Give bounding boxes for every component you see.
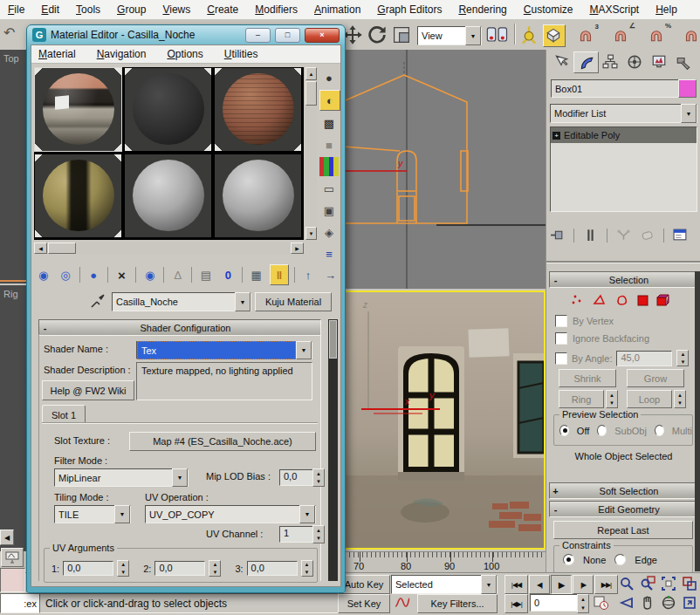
tab-utilities[interactable]	[671, 51, 695, 72]
top-viewport-label[interactable]: Top	[3, 53, 19, 64]
scroll-thumb[interactable]	[329, 320, 337, 359]
macro-recorder-field[interactable]	[0, 568, 25, 592]
material-editor-dialog[interactable]: G Material Editor - Casilla_Noche – □ × …	[26, 24, 346, 593]
sample-slot-5[interactable]	[124, 154, 212, 238]
menu-help[interactable]: Help	[655, 3, 677, 16]
tab-create[interactable]	[549, 51, 573, 72]
help-fw2-wiki-button[interactable]: Help @ FW2 Wiki	[42, 380, 134, 400]
expand-icon[interactable]: +	[552, 132, 560, 140]
uv3-spinner[interactable]: ▲▼	[301, 560, 313, 577]
play-button[interactable]: ▶	[551, 575, 572, 594]
menu-rendering[interactable]: Rendering	[458, 3, 506, 16]
material-map-navigator-icon[interactable]: ≡	[319, 244, 339, 263]
show-map-in-viewport-icon[interactable]: ▦	[248, 265, 264, 284]
mip-lod-bias-spinner[interactable]: ▲▼	[312, 468, 325, 487]
reset-map-icon[interactable]: ×	[113, 265, 130, 284]
uv1-field[interactable]: 0,0	[63, 561, 113, 576]
tiling-mode-dropdown[interactable]: TILE ▼	[54, 505, 131, 523]
show-end-result-icon[interactable]	[583, 228, 598, 244]
soft-selection-rollout-header[interactable]: + Soft Selection	[549, 482, 697, 499]
constraints-edge-radio[interactable]	[614, 554, 626, 565]
dropdown-arrow-icon[interactable]: ▼	[296, 341, 312, 359]
dropdown-arrow-icon[interactable]: ▼	[681, 104, 697, 123]
key-mode-toggle[interactable]: |◀▶|	[504, 594, 528, 613]
make-unique-icon[interactable]: ∆	[169, 265, 186, 284]
previous-frame-button[interactable]: ◀|	[529, 575, 550, 594]
sample-slot-2[interactable]	[124, 67, 212, 152]
shader-name-dropdown[interactable]: Tex ▼	[136, 341, 312, 359]
palette-vertical-scrollbar[interactable]: ▲ ▼	[305, 67, 317, 240]
tab-display[interactable]	[647, 51, 670, 72]
go-to-start-button[interactable]: |◀◀	[504, 575, 528, 594]
grow-button[interactable]: Grow	[627, 369, 684, 387]
get-material-icon[interactable]: ◉	[35, 265, 51, 284]
menu-graph-editors[interactable]: Graph Editors	[377, 3, 442, 16]
go-to-parent-icon[interactable]: ↑	[299, 265, 316, 284]
pin-stack-icon[interactable]	[550, 228, 565, 244]
by-angle-field[interactable]: 45,0	[616, 351, 672, 366]
loop-button[interactable]: Loop	[627, 390, 672, 408]
menu-maxscript[interactable]: MAXScript	[590, 3, 640, 16]
preview-subobj-radio[interactable]	[597, 425, 607, 436]
preview-multi-radio[interactable]	[655, 425, 664, 436]
open-mini-curve-editor-icon[interactable]	[1, 548, 24, 567]
uv-channel-field[interactable]: 1	[279, 526, 314, 543]
snaps-toggle-icon[interactable]	[543, 24, 566, 47]
zoom-extents-all-icon[interactable]	[679, 575, 700, 592]
menu-file[interactable]: File	[8, 3, 24, 16]
dropdown-arrow-icon[interactable]: ▼	[114, 505, 130, 523]
ring-button[interactable]: Ring	[559, 390, 604, 408]
palette-horizontal-scrollbar[interactable]: ◀ ▶	[34, 243, 304, 254]
uv-operation-dropdown[interactable]: UV_OP_COPY ▼	[145, 505, 316, 523]
frame-spinner[interactable]: ▲▼	[577, 594, 589, 613]
uv3-field[interactable]: 0,0	[247, 561, 298, 576]
menu-customize[interactable]: Customize	[524, 3, 573, 16]
mip-lod-bias-field[interactable]: 0,0	[279, 469, 314, 486]
put-to-library-icon[interactable]: ▤	[197, 265, 214, 284]
preview-off-radio[interactable]	[559, 425, 569, 436]
scroll-thumb[interactable]	[48, 243, 76, 254]
pick-material-eyedropper-icon[interactable]	[89, 292, 106, 310]
video-color-check-icon[interactable]	[319, 157, 339, 176]
new-key-curve-icon[interactable]	[392, 594, 413, 612]
background-icon[interactable]: ▩	[319, 113, 339, 133]
selection-set-dropdown[interactable]: Selected ▼	[391, 575, 498, 594]
scroll-thumb[interactable]	[305, 81, 317, 106]
me-menu-navigation[interactable]: Navigation	[97, 48, 147, 60]
zoom-extents-icon[interactable]	[658, 575, 679, 592]
shrink-button[interactable]: Shrink	[559, 369, 616, 387]
scroll-down-icon[interactable]: ▼	[305, 227, 317, 240]
menu-tools[interactable]: Tools	[76, 3, 100, 16]
select-and-manipulate-icon[interactable]	[518, 24, 539, 45]
material-id-channel-icon[interactable]: 0	[220, 265, 237, 284]
field-of-view-icon[interactable]	[616, 594, 637, 612]
dropdown-arrow-icon[interactable]: ▼	[481, 575, 497, 594]
close-button[interactable]: ×	[305, 28, 340, 43]
maximize-viewport-toggle-icon[interactable]	[679, 594, 700, 612]
object-name-field[interactable]: Box01	[551, 79, 680, 98]
pan-icon[interactable]	[637, 594, 658, 612]
slot-1-tab[interactable]: Slot 1	[42, 405, 86, 424]
scroll-right-icon[interactable]: ▶	[291, 243, 304, 254]
by-vertex-checkbox[interactable]	[555, 315, 567, 327]
arc-rotate-icon[interactable]	[658, 594, 679, 612]
scroll-left-icon[interactable]: ◀	[34, 243, 47, 254]
sample-type-icon[interactable]: ●	[319, 68, 339, 87]
right-viewport-label[interactable]: Rig	[3, 289, 18, 299]
menu-group[interactable]: Group	[117, 3, 146, 16]
stack-item-editable-poly[interactable]: + Editable Poly	[551, 127, 697, 143]
remove-modifier-icon[interactable]	[640, 228, 655, 244]
ring-spinner[interactable]: ▲▼	[606, 390, 618, 408]
slot-texture-map-button[interactable]: Map #4 (ES_Casilla_Noche.ace)	[129, 432, 316, 451]
angle-snap-icon[interactable]: ∠	[611, 24, 632, 45]
zoom-all-icon[interactable]	[637, 575, 658, 592]
filter-mode-dropdown[interactable]: MipLinear ▼	[54, 468, 189, 487]
sample-slot-6[interactable]	[214, 154, 302, 238]
make-preview-icon[interactable]: ▭	[319, 179, 339, 198]
selection-rollout-header[interactable]: - Selection	[549, 271, 697, 288]
ignore-backfacing-checkbox[interactable]	[555, 332, 567, 345]
uv2-spinner[interactable]: ▲▼	[209, 560, 221, 577]
maxscript-mini-listener[interactable]: :ex	[0, 593, 40, 613]
scroll-up-icon[interactable]: ▲	[305, 67, 317, 80]
make-unique-icon[interactable]	[616, 228, 631, 244]
